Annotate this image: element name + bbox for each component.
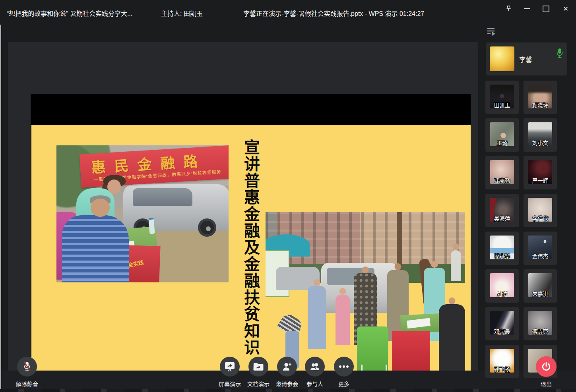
paper-shape: [407, 318, 431, 328]
mic-muted-icon: [22, 361, 32, 372]
car-window-shape: [133, 188, 192, 206]
collapse-list-button[interactable]: [487, 27, 498, 37]
participant-tile[interactable]: 田凯玉: [485, 81, 519, 114]
participant-name: 叶克勤: [485, 176, 519, 184]
participant-tile[interactable]: 邓宇晨: [485, 307, 519, 340]
participant-name: 王琦: [485, 139, 519, 147]
exit-label: 退出: [541, 380, 552, 388]
participant-tile[interactable]: 郭飞扬: [485, 345, 519, 378]
participant-name: 严一辉: [524, 176, 557, 184]
participant-name: 李佳欣: [524, 214, 557, 222]
photo-community-outreach: [266, 212, 465, 372]
participant-tile[interactable]: 严一辉: [524, 156, 557, 189]
green-chair-shape: [357, 326, 388, 372]
participant-grid: 田凯玉 颜晓玲 王琦 刘小文 叶克勤 严一辉 吴海萍: [485, 81, 557, 378]
participant-tile[interactable]: 吴海萍: [485, 194, 519, 227]
participant-tile[interactable]: 廖斌樂: [485, 232, 519, 265]
screen-share-icon: [224, 361, 235, 372]
maximize-button[interactable]: [540, 3, 552, 15]
more-label: 更多: [338, 380, 349, 388]
background-window-sliver: [0, 389, 576, 392]
ellipsis-icon: [339, 365, 349, 368]
power-icon: [541, 361, 551, 372]
doc-share-icon: [253, 362, 264, 371]
avatar: [490, 46, 514, 71]
person-add-icon: [282, 362, 292, 371]
screen-share-label: 屏幕演示: [219, 380, 241, 388]
invite-button[interactable]: [277, 357, 297, 377]
participant-tile[interactable]: 傅垚芬: [524, 307, 557, 340]
doc-share-button[interactable]: [248, 357, 268, 377]
participant-tile[interactable]: 朱嘉淇: [524, 269, 557, 303]
participant-name: 金伟杰: [524, 252, 557, 260]
presentation-stage: 宣讲普惠金融及金融扶贫知识 惠民金融路 ——重庆工商大学金融学院“金惠归故，融惠…: [31, 94, 471, 392]
close-icon: ✕: [563, 6, 568, 12]
exit-button[interactable]: [536, 356, 557, 377]
people-icon: [309, 362, 320, 371]
participant-tile[interactable]: 金伟杰: [524, 232, 557, 265]
participant-tile[interactable]: 叶克勤: [485, 156, 519, 189]
slide: 宣讲普惠金融及金融扶贫知识 惠民金融路 ——重庆工商大学金融学院“金惠归故，融惠…: [31, 125, 471, 378]
pedestrian-figure: [451, 250, 461, 281]
participant-tile[interactable]: 刘小文: [524, 118, 557, 152]
pin-icon: [504, 5, 512, 13]
teen-figure: [308, 286, 326, 349]
speaker-name: 李馨: [519, 54, 532, 64]
host-label: 主持人: 田凯玉: [161, 8, 203, 18]
participant-tile[interactable]: 刘倩: [485, 269, 519, 303]
participant-name: 郭飞扬: [485, 365, 519, 373]
invite-label: 邀请参会: [276, 380, 298, 388]
collapse-list-icon: [487, 27, 498, 37]
participant-name: 朱嘉淇: [524, 290, 557, 297]
participant-tile[interactable]: 王琦: [485, 118, 519, 152]
participant-name: 刘小文: [524, 139, 557, 147]
presenting-title: 李馨正在演示-李馨-暑假社会实践报告.pptx - WPS 演示 01:24:2…: [243, 8, 424, 18]
bottle-shape: [149, 218, 155, 234]
participant-name: 邓宇晨: [485, 327, 519, 335]
minimize-button[interactable]: [521, 3, 533, 15]
meeting-title: “想把我的故事和你说” 暑期社会实践分享大...: [7, 8, 132, 18]
participant-name: 廖斌樂: [485, 252, 519, 260]
unmute-label: 解除静音: [16, 380, 38, 388]
participant-name: 吴海萍: [485, 214, 519, 222]
mic-on-icon: [556, 48, 564, 58]
more-button[interactable]: [334, 357, 354, 377]
child-figure: [336, 295, 350, 345]
participant-name: 田凯玉: [485, 101, 519, 109]
screen-share-panel: 宣讲普惠金融及金融扶贫知识 惠民金融路 ——重庆工商大学金融学院“金惠归故，融惠…: [8, 42, 478, 371]
student-figure: [439, 304, 465, 372]
table-banner: [392, 331, 430, 372]
background-window-edge: [0, 25, 1, 389]
participant-name: 傅垚芬: [524, 327, 557, 335]
participant-tile[interactable]: 李佳欣: [524, 194, 557, 227]
active-speaker-card[interactable]: 李馨: [486, 42, 567, 75]
meeting-window: “想把我的故事和你说” 暑期社会实践分享大... 主持人: 田凯玉 李馨正在演示…: [0, 0, 576, 392]
photo-street-consulting: 惠民金融路 ——重庆工商大学金融学院“金惠归故，融惠兴乡”脱贫攻坚服务 乡”社会…: [56, 145, 229, 282]
close-button[interactable]: ✕: [560, 3, 572, 15]
maximize-icon: [543, 6, 549, 12]
participants-button[interactable]: [305, 357, 325, 377]
wheel-shape: [198, 218, 216, 237]
pin-button[interactable]: [502, 3, 514, 15]
participant-name: 刘倩: [485, 290, 519, 297]
hub-shape: [206, 226, 211, 231]
participants-label: 参与人: [306, 380, 323, 388]
title-bar: “想把我的故事和你说” 暑期社会实践分享大... 主持人: 田凯玉 李馨正在演示…: [0, 0, 576, 25]
car-shape: [123, 184, 229, 231]
minimize-icon: [524, 8, 530, 9]
head-shape: [91, 199, 110, 217]
participant-tile[interactable]: 颜晓玲: [524, 81, 557, 114]
screen-share-button[interactable]: [220, 357, 240, 377]
red-banner: 惠民金融路 ——重庆工商大学金融学院“金惠归故，融惠兴乡”脱贫攻坚服务: [80, 145, 229, 188]
unmute-button[interactable]: [17, 357, 37, 377]
participant-name: 颜晓玲: [524, 101, 557, 109]
slide-vertical-title: 宣讲普惠金融及金融扶贫知识: [236, 139, 259, 365]
doc-share-label: 文档演示: [247, 380, 270, 388]
elder-figure: [62, 215, 129, 282]
head-shape: [107, 180, 121, 194]
